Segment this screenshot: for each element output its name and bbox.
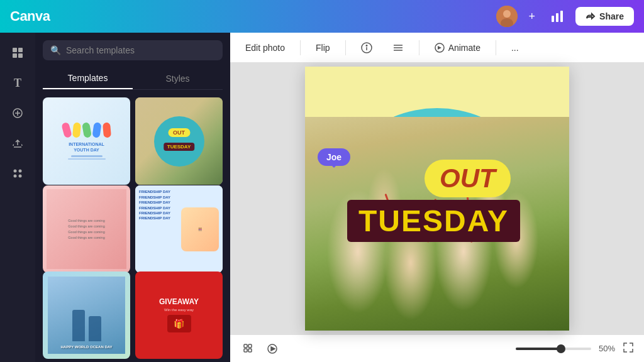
- templates-panel: 🔍 Templates Styles INTERNATIONAL: [35, 33, 230, 362]
- divider: [345, 40, 346, 55]
- design-canvas[interactable]: OUT TUESDAY Joe: [305, 67, 569, 331]
- list-item[interactable]: Good things are coming Good things are c…: [43, 185, 130, 273]
- slider-fill: [516, 348, 561, 350]
- svg-point-12: [19, 170, 22, 173]
- flip-button[interactable]: Flip: [311, 39, 335, 57]
- list-item[interactable]: FRIENDSHIP DAY FRIENDSHIP DAY FRIENDSHIP…: [135, 185, 223, 273]
- template-tuesday-label: TUESDAY: [164, 143, 195, 151]
- main-area: T 🔍: [0, 33, 644, 362]
- more-options-button[interactable]: ...: [506, 39, 524, 57]
- slider-thumb[interactable]: [557, 344, 565, 353]
- tab-templates[interactable]: Templates: [43, 68, 133, 89]
- template-label: FRIENDSHIP DAY: [139, 189, 219, 194]
- svg-rect-22: [244, 344, 247, 348]
- template-label: YOUTH DAY: [69, 147, 104, 153]
- svg-rect-5: [560, 11, 563, 22]
- user-tooltip: Joe: [318, 148, 350, 166]
- list-item[interactable]: INTERNATIONAL YOUTH DAY: [43, 97, 130, 185]
- canvas-tuesday-text: TUESDAY: [347, 200, 520, 242]
- canvas-footer: 50%: [230, 334, 644, 362]
- topbar: Canva + Share: [0, 0, 644, 33]
- sidebar-apps-button[interactable]: [5, 161, 30, 186]
- divider: [419, 40, 419, 55]
- divider: [300, 40, 301, 55]
- svg-point-17: [366, 45, 367, 46]
- grid-view-button[interactable]: [240, 341, 257, 357]
- app-logo: Canva: [10, 8, 50, 25]
- chart-icon-button[interactable]: [547, 6, 568, 27]
- svg-rect-23: [248, 344, 252, 348]
- canvas-area: Edit photo Flip: [230, 33, 644, 362]
- share-button[interactable]: Share: [575, 7, 634, 26]
- play-button[interactable]: [264, 341, 280, 357]
- template-label: GIVEAWAY: [159, 297, 199, 306]
- panel-tabs: Templates Styles: [43, 68, 223, 90]
- divider: [496, 40, 496, 55]
- svg-rect-7: [18, 48, 23, 52]
- lines-button[interactable]: [387, 38, 409, 57]
- info-button[interactable]: [356, 38, 377, 57]
- svg-rect-25: [248, 349, 252, 352]
- svg-point-11: [14, 170, 17, 173]
- template-label: INTERNATIONAL: [69, 141, 104, 147]
- svg-rect-3: [552, 16, 554, 22]
- zoom-slider: [516, 348, 591, 350]
- avatar[interactable]: [496, 6, 518, 27]
- search-icon: 🔍: [50, 45, 61, 55]
- sidebar-upload-button[interactable]: [5, 131, 30, 156]
- tab-styles[interactable]: Styles: [133, 68, 223, 89]
- sidebar-text-button[interactable]: T: [5, 70, 30, 96]
- list-item[interactable]: OUT TUESDAY: [135, 97, 223, 185]
- template-label: HAPPY WORLD OCEAN DAY: [60, 345, 112, 349]
- slider-track[interactable]: [516, 348, 591, 350]
- template-out-label: OUT: [168, 128, 190, 137]
- list-item[interactable]: HAPPY WORLD OCEAN DAY: [43, 272, 130, 359]
- template-grid: INTERNATIONAL YOUTH DAY OUT TUESDAY Good…: [35, 90, 230, 362]
- edit-photo-button[interactable]: Edit photo: [240, 39, 290, 57]
- add-button[interactable]: +: [525, 6, 540, 27]
- canvas-workspace[interactable]: OUT TUESDAY Joe: [230, 63, 644, 334]
- svg-rect-4: [556, 13, 558, 22]
- canvas-toolbar: Edit photo Flip: [230, 33, 644, 63]
- svg-point-1: [503, 10, 511, 18]
- sidebar-elements-button[interactable]: [5, 101, 30, 126]
- template-label: Good things are coming: [68, 219, 104, 222]
- text-icon: T: [14, 77, 21, 90]
- svg-rect-9: [18, 53, 23, 58]
- canvas-out-text: OUT: [425, 160, 511, 197]
- svg-rect-8: [13, 53, 17, 58]
- svg-point-13: [14, 175, 17, 178]
- sidebar-icons: T: [0, 33, 35, 362]
- search-bar: 🔍: [43, 40, 223, 60]
- search-input[interactable]: [66, 45, 215, 55]
- svg-point-14: [19, 175, 22, 178]
- animate-button[interactable]: Animate: [430, 39, 486, 57]
- expand-button[interactable]: [623, 342, 634, 356]
- svg-marker-27: [271, 347, 275, 351]
- list-item[interactable]: GIVEAWAY Win the easy way 🎁: [135, 272, 223, 359]
- svg-rect-6: [13, 48, 17, 52]
- sidebar-layout-button[interactable]: [5, 40, 30, 65]
- zoom-label: 50%: [599, 344, 615, 353]
- svg-rect-24: [244, 349, 247, 352]
- template-sublabel: Win the easy way: [164, 308, 194, 312]
